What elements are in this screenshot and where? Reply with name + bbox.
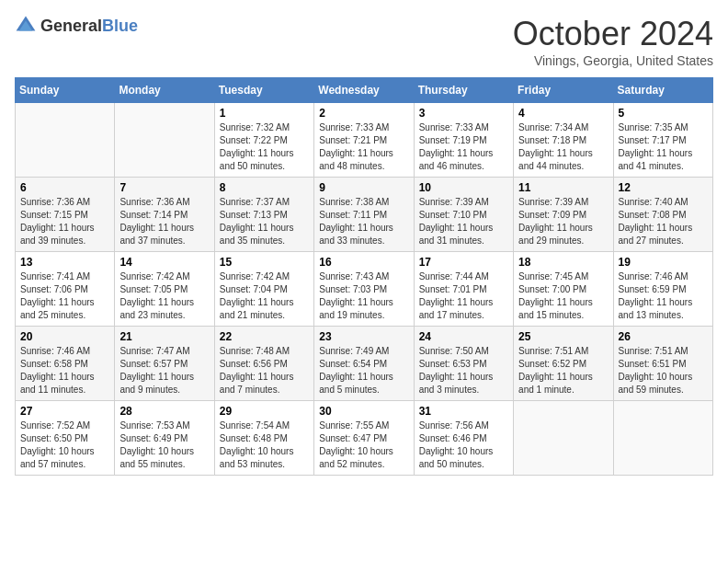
calendar-week-row: 13Sunrise: 7:41 AMSunset: 7:06 PMDayligh… <box>16 252 713 327</box>
day-number: 26 <box>619 330 708 343</box>
day-number: 7 <box>119 181 209 194</box>
day-info: Sunrise: 7:38 AMSunset: 7:11 PMDaylight:… <box>319 196 408 247</box>
day-number: 23 <box>319 330 408 343</box>
calendar-cell: 23Sunrise: 7:49 AMSunset: 6:54 PMDayligh… <box>314 327 414 401</box>
day-info: Sunrise: 7:56 AMSunset: 6:46 PMDaylight:… <box>419 419 508 471</box>
logo: GeneralBlue <box>15 15 138 37</box>
day-info: Sunrise: 7:36 AMSunset: 7:15 PMDaylight:… <box>20 196 109 247</box>
day-number: 24 <box>419 330 508 343</box>
calendar-cell: 16Sunrise: 7:43 AMSunset: 7:03 PMDayligh… <box>314 252 414 327</box>
day-info: Sunrise: 7:43 AMSunset: 7:03 PMDaylight:… <box>319 270 408 322</box>
day-info: Sunrise: 7:50 AMSunset: 6:53 PMDaylight:… <box>419 345 508 396</box>
day-number: 19 <box>619 256 708 269</box>
calendar-cell: 31Sunrise: 7:56 AMSunset: 6:46 PMDayligh… <box>414 401 513 476</box>
day-info: Sunrise: 7:49 AMSunset: 6:54 PMDaylight:… <box>319 345 408 396</box>
calendar-cell: 6Sunrise: 7:36 AMSunset: 7:15 PMDaylight… <box>16 178 115 252</box>
calendar-cell: 30Sunrise: 7:55 AMSunset: 6:47 PMDayligh… <box>314 401 414 476</box>
calendar-cell: 25Sunrise: 7:51 AMSunset: 6:52 PMDayligh… <box>514 327 613 401</box>
day-number: 21 <box>119 330 209 343</box>
day-number: 2 <box>319 107 408 120</box>
calendar-cell: 9Sunrise: 7:38 AMSunset: 7:11 PMDaylight… <box>314 178 414 252</box>
page-header: GeneralBlue October 2024 Vinings, Georgi… <box>15 15 713 68</box>
day-info: Sunrise: 7:35 AMSunset: 7:17 PMDaylight:… <box>619 121 708 173</box>
day-info: Sunrise: 7:51 AMSunset: 6:52 PMDaylight:… <box>518 345 608 396</box>
day-info: Sunrise: 7:33 AMSunset: 7:21 PMDaylight:… <box>319 121 408 173</box>
day-number: 8 <box>220 181 309 194</box>
calendar-cell <box>115 103 214 178</box>
day-info: Sunrise: 7:32 AMSunset: 7:22 PMDaylight:… <box>220 121 309 173</box>
calendar-cell: 21Sunrise: 7:47 AMSunset: 6:57 PMDayligh… <box>115 327 214 401</box>
calendar-cell: 17Sunrise: 7:44 AMSunset: 7:01 PMDayligh… <box>414 252 513 327</box>
day-info: Sunrise: 7:48 AMSunset: 6:56 PMDaylight:… <box>220 345 309 396</box>
calendar-cell: 8Sunrise: 7:37 AMSunset: 7:13 PMDaylight… <box>214 178 313 252</box>
calendar-cell <box>613 401 712 476</box>
day-number: 28 <box>119 405 209 418</box>
calendar-cell: 20Sunrise: 7:46 AMSunset: 6:58 PMDayligh… <box>16 327 115 401</box>
day-info: Sunrise: 7:53 AMSunset: 6:49 PMDaylight:… <box>119 419 209 471</box>
day-of-week-header: Thursday <box>414 78 513 103</box>
calendar-body: 1Sunrise: 7:32 AMSunset: 7:22 PMDaylight… <box>16 103 713 476</box>
day-info: Sunrise: 7:39 AMSunset: 7:10 PMDaylight:… <box>419 196 508 247</box>
day-info: Sunrise: 7:39 AMSunset: 7:09 PMDaylight:… <box>518 196 608 247</box>
calendar-cell: 27Sunrise: 7:52 AMSunset: 6:50 PMDayligh… <box>16 401 115 476</box>
day-of-week-header: Sunday <box>16 78 115 103</box>
day-number: 1 <box>220 107 309 120</box>
calendar-cell: 5Sunrise: 7:35 AMSunset: 7:17 PMDaylight… <box>613 103 712 178</box>
calendar-cell: 29Sunrise: 7:54 AMSunset: 6:48 PMDayligh… <box>214 401 313 476</box>
calendar-cell: 7Sunrise: 7:36 AMSunset: 7:14 PMDaylight… <box>115 178 214 252</box>
day-number: 31 <box>419 405 508 418</box>
day-of-week-header: Tuesday <box>214 78 313 103</box>
calendar-cell: 19Sunrise: 7:46 AMSunset: 6:59 PMDayligh… <box>613 252 712 327</box>
calendar-week-row: 27Sunrise: 7:52 AMSunset: 6:50 PMDayligh… <box>16 401 713 476</box>
day-info: Sunrise: 7:55 AMSunset: 6:47 PMDaylight:… <box>319 419 408 471</box>
calendar-cell <box>514 401 613 476</box>
day-info: Sunrise: 7:42 AMSunset: 7:04 PMDaylight:… <box>220 270 309 322</box>
calendar-cell: 11Sunrise: 7:39 AMSunset: 7:09 PMDayligh… <box>514 178 613 252</box>
day-number: 14 <box>119 256 209 269</box>
day-info: Sunrise: 7:52 AMSunset: 6:50 PMDaylight:… <box>20 419 109 471</box>
calendar-cell: 13Sunrise: 7:41 AMSunset: 7:06 PMDayligh… <box>16 252 115 327</box>
day-number: 18 <box>518 256 608 269</box>
day-number: 17 <box>419 256 508 269</box>
calendar-cell: 26Sunrise: 7:51 AMSunset: 6:51 PMDayligh… <box>613 327 712 401</box>
day-of-week-header: Saturday <box>613 78 712 103</box>
day-info: Sunrise: 7:44 AMSunset: 7:01 PMDaylight:… <box>419 270 508 322</box>
calendar-cell: 18Sunrise: 7:45 AMSunset: 7:00 PMDayligh… <box>514 252 613 327</box>
day-number: 22 <box>220 330 309 343</box>
day-info: Sunrise: 7:46 AMSunset: 6:58 PMDaylight:… <box>20 345 109 396</box>
day-of-week-header: Wednesday <box>314 78 414 103</box>
day-info: Sunrise: 7:36 AMSunset: 7:14 PMDaylight:… <box>119 196 209 247</box>
day-info: Sunrise: 7:33 AMSunset: 7:19 PMDaylight:… <box>419 121 508 173</box>
day-number: 27 <box>20 405 109 418</box>
day-number: 6 <box>20 181 109 194</box>
day-info: Sunrise: 7:37 AMSunset: 7:13 PMDaylight:… <box>220 196 309 247</box>
day-number: 3 <box>419 107 508 120</box>
month-title: October 2024 <box>513 15 713 53</box>
day-info: Sunrise: 7:41 AMSunset: 7:06 PMDaylight:… <box>20 270 109 322</box>
calendar-week-row: 20Sunrise: 7:46 AMSunset: 6:58 PMDayligh… <box>16 327 713 401</box>
logo-blue-text: Blue <box>102 17 138 35</box>
day-of-week-header: Friday <box>514 78 613 103</box>
day-number: 11 <box>518 181 608 194</box>
calendar-cell: 3Sunrise: 7:33 AMSunset: 7:19 PMDaylight… <box>414 103 513 178</box>
calendar-cell: 12Sunrise: 7:40 AMSunset: 7:08 PMDayligh… <box>613 178 712 252</box>
day-number: 25 <box>518 330 608 343</box>
day-number: 13 <box>20 256 109 269</box>
day-number: 5 <box>619 107 708 120</box>
day-number: 10 <box>419 181 508 194</box>
calendar-cell: 1Sunrise: 7:32 AMSunset: 7:22 PMDaylight… <box>214 103 313 178</box>
calendar-table: SundayMondayTuesdayWednesdayThursdayFrid… <box>15 77 713 476</box>
day-number: 16 <box>319 256 408 269</box>
day-info: Sunrise: 7:34 AMSunset: 7:18 PMDaylight:… <box>518 121 608 173</box>
calendar-week-row: 1Sunrise: 7:32 AMSunset: 7:22 PMDaylight… <box>16 103 713 178</box>
day-number: 29 <box>220 405 309 418</box>
calendar-cell <box>16 103 115 178</box>
calendar-header: SundayMondayTuesdayWednesdayThursdayFrid… <box>16 78 713 103</box>
day-info: Sunrise: 7:42 AMSunset: 7:05 PMDaylight:… <box>119 270 209 322</box>
calendar-cell: 10Sunrise: 7:39 AMSunset: 7:10 PMDayligh… <box>414 178 513 252</box>
logo-general-text: General <box>40 17 102 35</box>
day-number: 12 <box>619 181 708 194</box>
calendar-cell: 14Sunrise: 7:42 AMSunset: 7:05 PMDayligh… <box>115 252 214 327</box>
calendar-cell: 24Sunrise: 7:50 AMSunset: 6:53 PMDayligh… <box>414 327 513 401</box>
calendar-cell: 15Sunrise: 7:42 AMSunset: 7:04 PMDayligh… <box>214 252 313 327</box>
